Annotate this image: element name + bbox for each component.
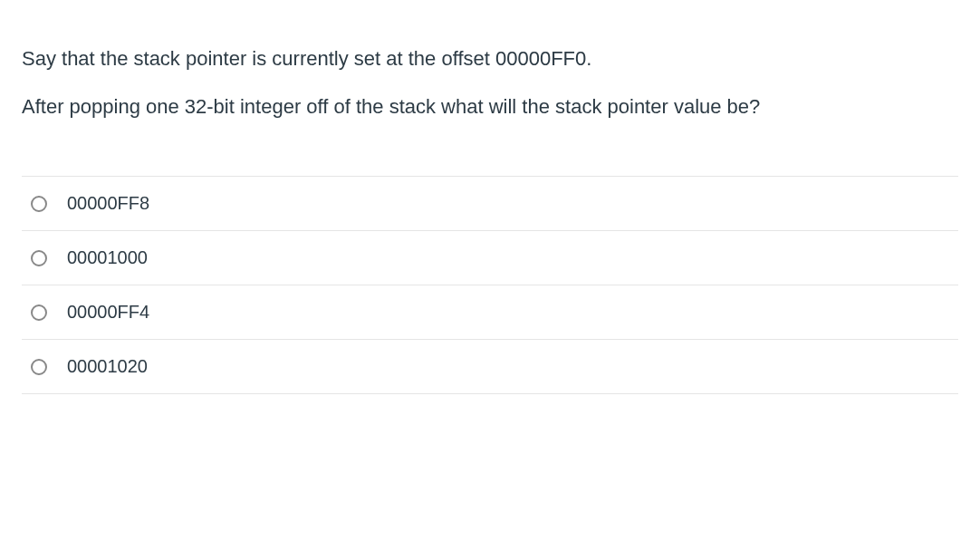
radio-icon[interactable] <box>31 250 47 266</box>
question-paragraph-2: After popping one 32-bit integer off of … <box>22 92 958 121</box>
question-paragraph-1: Say that the stack pointer is currently … <box>22 43 958 73</box>
option-label: 00001020 <box>67 356 148 377</box>
option-label: 00000FF4 <box>67 302 149 323</box>
radio-icon[interactable] <box>31 304 47 321</box>
option-row[interactable]: 00001000 <box>22 231 958 285</box>
question-text: Say that the stack pointer is currently … <box>22 43 958 121</box>
option-row[interactable]: 00000FF4 <box>22 285 958 340</box>
option-row[interactable]: 00000FF8 <box>22 177 958 231</box>
radio-icon[interactable] <box>31 196 47 212</box>
option-label: 00000FF8 <box>67 193 149 214</box>
option-label: 00001000 <box>67 247 148 268</box>
option-row[interactable]: 00001020 <box>22 340 958 394</box>
radio-icon[interactable] <box>31 359 47 375</box>
options-list: 00000FF8 00001000 00000FF4 00001020 <box>22 176 958 394</box>
